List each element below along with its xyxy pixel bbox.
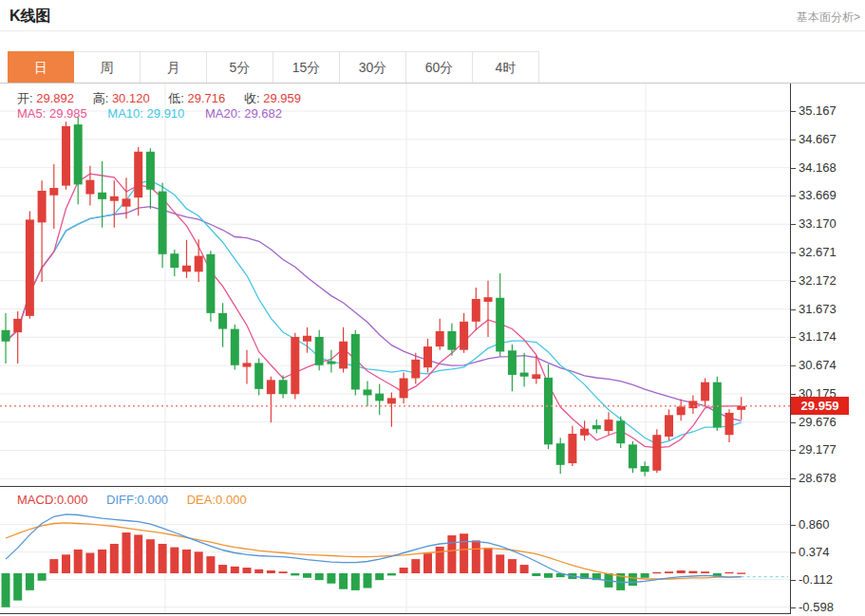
candle-body (580, 429, 589, 436)
macd-bar (206, 556, 215, 573)
candlestick-chart[interactable] (0, 84, 791, 486)
macd-bar (447, 535, 456, 573)
macd-bar (701, 571, 709, 573)
close-value: 29.959 (263, 91, 301, 105)
tab-week[interactable]: 周 (74, 51, 141, 84)
page-title: K线图 (9, 7, 51, 27)
candle-body (400, 379, 408, 399)
low-value: 29.716 (188, 91, 226, 105)
candle-body (38, 191, 47, 222)
y-axis-line (790, 84, 791, 613)
macd-bar (436, 547, 444, 573)
price-axis-label: 32.172 (799, 273, 837, 288)
candle-body (2, 330, 10, 342)
candle-body (411, 360, 420, 379)
candle-body (568, 434, 576, 463)
macd-bar (411, 559, 420, 573)
macd-bar (74, 550, 83, 573)
candle-body (472, 299, 480, 322)
candle-body (544, 378, 553, 444)
dea-label: DEA: (187, 493, 216, 507)
ohlc-info-row: 开: 29.892 高: 30.120 低: 29.716 收: 29.959 (17, 90, 316, 107)
y-axis-tick (790, 525, 796, 526)
macd-bar (652, 572, 661, 573)
candle-body (327, 362, 335, 364)
price-axis-label: 30.674 (799, 358, 837, 372)
price-axis-label: 34.168 (799, 160, 837, 175)
candle-body (423, 346, 432, 367)
diff-label: DIFF: (106, 493, 138, 507)
y-axis-tick (790, 281, 796, 282)
candle-body (315, 337, 324, 365)
y-axis-tick (790, 552, 796, 553)
macd-bar (484, 548, 493, 573)
candle-body (387, 398, 396, 403)
header-divider (0, 30, 865, 31)
tab-60min[interactable]: 60分 (406, 51, 473, 84)
macd-bar (170, 548, 179, 573)
candle-body (182, 266, 191, 272)
candle-body (134, 152, 142, 197)
candle-body (641, 466, 649, 472)
tab-month[interactable]: 月 (141, 51, 207, 84)
y-axis-tick (790, 309, 796, 310)
candle-body (351, 334, 360, 389)
macd-bar (195, 551, 203, 573)
macd-bar (460, 533, 468, 573)
candle-body (98, 193, 106, 199)
candle-body (146, 152, 155, 190)
tab-5min[interactable]: 5分 (207, 51, 273, 84)
candle-body (725, 413, 734, 435)
y-axis-tick (790, 196, 796, 196)
candle-body (170, 253, 179, 268)
price-axis-label: 29.177 (799, 442, 837, 457)
macd-bar (182, 550, 191, 573)
price-axis-label: 33.669 (799, 188, 837, 202)
y-axis-tick (790, 607, 796, 608)
candle-body (436, 331, 444, 346)
candle-body (231, 329, 239, 365)
macd-bar (243, 568, 252, 573)
candle-body (291, 337, 299, 394)
tab-15min[interactable]: 15分 (273, 51, 340, 84)
period-tabs: 日周月5分15分30分60分4时 (8, 51, 539, 84)
macd-bar (629, 573, 637, 586)
fundamental-analysis-link[interactable]: 基本面分析> (797, 9, 860, 26)
price-axis-label: 29.676 (799, 415, 837, 429)
macd-bar (26, 573, 34, 590)
candle-body (629, 444, 637, 468)
y-axis-tick (790, 422, 796, 423)
macd-bar (544, 573, 553, 578)
price-axis-label: 31.174 (799, 329, 837, 344)
candle-body (652, 435, 661, 471)
macd-bar (364, 573, 372, 588)
candle-body (508, 350, 517, 375)
y-axis-tick (790, 252, 796, 253)
close-label: 收: (244, 91, 260, 105)
macd-bar (218, 565, 227, 573)
price-axis-label: 33.170 (799, 216, 837, 231)
macd-bar (496, 554, 504, 573)
tab-day[interactable]: 日 (8, 51, 74, 84)
macd-bar (159, 544, 167, 573)
macd-bar (532, 573, 540, 576)
macd-bar (110, 544, 119, 573)
low-label: 低: (168, 91, 184, 105)
macd-bar (472, 540, 480, 573)
macd-info-row: MACD:0.000 DIFF:0.000 DEA:0.000 (17, 493, 247, 507)
y-axis-tick (790, 478, 796, 479)
macd-bar (327, 573, 335, 584)
dea-value: 0.000 (216, 493, 247, 507)
candle-body (279, 380, 288, 394)
macd-bar (279, 571, 288, 573)
candle-body (484, 297, 493, 302)
macd-bar (13, 573, 22, 601)
candle-body (49, 188, 58, 196)
candle-body (206, 254, 215, 313)
macd-bar (387, 573, 396, 575)
tab-4hour[interactable]: 4时 (473, 51, 539, 84)
ma10-value: 29.910 (147, 106, 185, 121)
candle-body (62, 126, 70, 186)
y-axis-tick (790, 140, 796, 140)
tab-30min[interactable]: 30分 (340, 51, 406, 84)
